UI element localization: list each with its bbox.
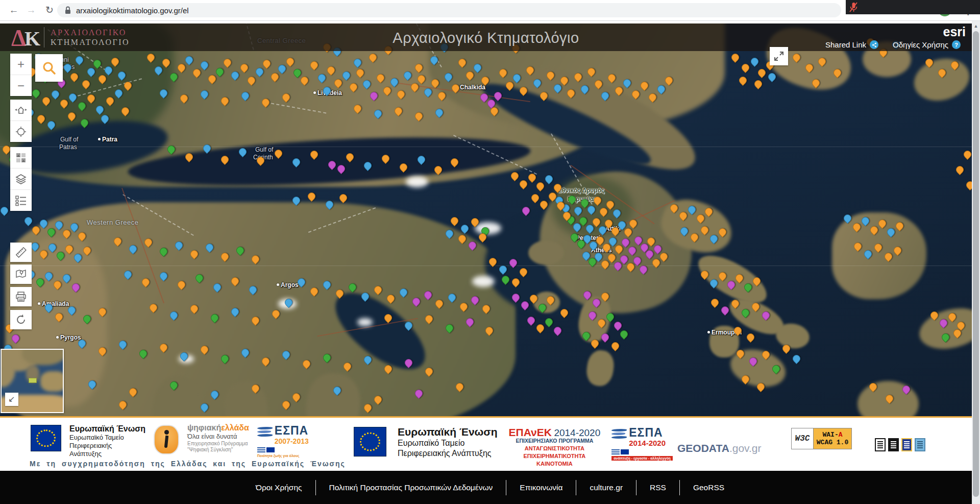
- map-pin[interactable]: [362, 160, 373, 171]
- map-pin[interactable]: [189, 249, 200, 259]
- map-pin[interactable]: [450, 83, 461, 93]
- map-pin[interactable]: [708, 278, 719, 289]
- map-pin[interactable]: [184, 152, 194, 162]
- address-bar[interactable]: arxaiologikoktimatologio.gov.gr/el: [57, 3, 841, 17]
- extent-home-button[interactable]: [10, 100, 32, 121]
- search-button[interactable]: [35, 54, 63, 82]
- layers-button[interactable]: [10, 169, 32, 190]
- map-pin[interactable]: [510, 292, 521, 303]
- map-pin[interactable]: [734, 273, 745, 283]
- map-pin[interactable]: [612, 320, 623, 331]
- map-pin[interactable]: [54, 311, 64, 322]
- map-pin[interactable]: [145, 52, 156, 63]
- map-pin[interactable]: [434, 107, 445, 118]
- map-pin[interactable]: [120, 106, 131, 116]
- bottom-bar-link[interactable]: GeoRSS: [693, 483, 724, 492]
- map-pin[interactable]: [622, 78, 632, 88]
- map-pin[interactable]: [50, 89, 61, 100]
- map-pin[interactable]: [373, 284, 383, 295]
- map-pin[interactable]: [380, 153, 391, 164]
- map-pin[interactable]: [508, 257, 519, 268]
- map-pin[interactable]: [484, 325, 495, 336]
- map-pin[interactable]: [324, 199, 335, 210]
- map-pin[interactable]: [413, 111, 424, 122]
- map-pin[interactable]: [31, 88, 41, 99]
- map-pin[interactable]: [110, 56, 120, 67]
- map-pin[interactable]: [38, 218, 49, 229]
- map-pin[interactable]: [240, 347, 251, 358]
- map-pin[interactable]: [219, 95, 230, 106]
- overview-extent-rect[interactable]: [29, 378, 37, 383]
- map-pin[interactable]: [884, 393, 895, 404]
- map-pin[interactable]: [87, 379, 97, 390]
- map-pin[interactable]: [545, 70, 556, 81]
- measure-button[interactable]: [10, 243, 32, 262]
- map-pin[interactable]: [703, 206, 714, 217]
- map-pin[interactable]: [86, 93, 96, 104]
- map-pin[interactable]: [767, 71, 777, 82]
- map-pin[interactable]: [191, 67, 202, 78]
- map-pin[interactable]: [470, 217, 480, 227]
- map-pin[interactable]: [753, 79, 764, 89]
- map-pin[interactable]: [869, 225, 879, 235]
- map-pin[interactable]: [538, 199, 549, 210]
- map-pin[interactable]: [138, 348, 149, 359]
- map-pin[interactable]: [86, 66, 96, 77]
- map-pin[interactable]: [153, 65, 164, 76]
- map-pin[interactable]: [250, 254, 261, 265]
- map-pin[interactable]: [689, 232, 700, 243]
- map-pin[interactable]: [537, 302, 548, 313]
- map-pin[interactable]: [246, 75, 257, 86]
- map-pin[interactable]: [230, 70, 240, 81]
- map-pin[interactable]: [457, 57, 468, 68]
- map-pin[interactable]: [638, 264, 649, 275]
- map-pin[interactable]: [518, 267, 529, 277]
- map-pin[interactable]: [761, 310, 771, 321]
- map-pin[interactable]: [291, 195, 302, 206]
- map-pin[interactable]: [270, 71, 280, 82]
- map-pin[interactable]: [929, 310, 940, 321]
- map-pin[interactable]: [436, 90, 447, 101]
- map-pin[interactable]: [745, 332, 756, 343]
- map-pin[interactable]: [202, 143, 212, 154]
- map-pin[interactable]: [128, 244, 138, 254]
- map-pin[interactable]: [250, 383, 261, 394]
- bottom-bar-link[interactable]: Όροι Χρήσης: [256, 483, 302, 492]
- map-pin[interactable]: [199, 402, 210, 413]
- scrollbar-thumb[interactable]: [973, 31, 979, 497]
- map-pin[interactable]: [194, 273, 205, 283]
- map-pin[interactable]: [352, 103, 363, 114]
- map-pin[interactable]: [100, 113, 110, 124]
- map-pin[interactable]: [360, 291, 371, 302]
- map-pin[interactable]: [424, 366, 434, 377]
- map-pin[interactable]: [894, 221, 905, 231]
- map-pin[interactable]: [591, 297, 602, 308]
- map-pin[interactable]: [209, 313, 220, 323]
- map-pin[interactable]: [176, 279, 187, 290]
- map-pin[interactable]: [332, 385, 342, 396]
- map-pin[interactable]: [726, 279, 737, 290]
- map-pin[interactable]: [291, 392, 302, 402]
- map-pin[interactable]: [458, 301, 469, 312]
- map-pin[interactable]: [79, 117, 90, 128]
- map-pin[interactable]: [94, 104, 105, 115]
- map-pin[interactable]: [74, 55, 85, 65]
- map-pin[interactable]: [804, 62, 815, 73]
- map-pin[interactable]: [630, 89, 641, 100]
- map-pin[interactable]: [273, 148, 284, 159]
- map-pin[interactable]: [423, 290, 433, 300]
- w3c-wai-badge[interactable]: W3C WAI-A WCAG 1.0: [791, 428, 852, 449]
- map-pin[interactable]: [341, 70, 352, 81]
- map-pin[interactable]: [740, 307, 751, 318]
- map-pin[interactable]: [64, 244, 75, 254]
- map-pin[interactable]: [117, 339, 128, 350]
- map-pin[interactable]: [219, 251, 230, 262]
- map-pin[interactable]: [385, 293, 396, 304]
- map-pin[interactable]: [327, 159, 337, 170]
- map-pin[interactable]: [309, 286, 320, 297]
- map-pin[interactable]: [738, 75, 748, 86]
- map-pin[interactable]: [61, 228, 72, 239]
- map-pin[interactable]: [581, 330, 592, 341]
- bottom-bar-link[interactable]: RSS: [650, 483, 666, 492]
- map-pin[interactable]: [189, 303, 200, 314]
